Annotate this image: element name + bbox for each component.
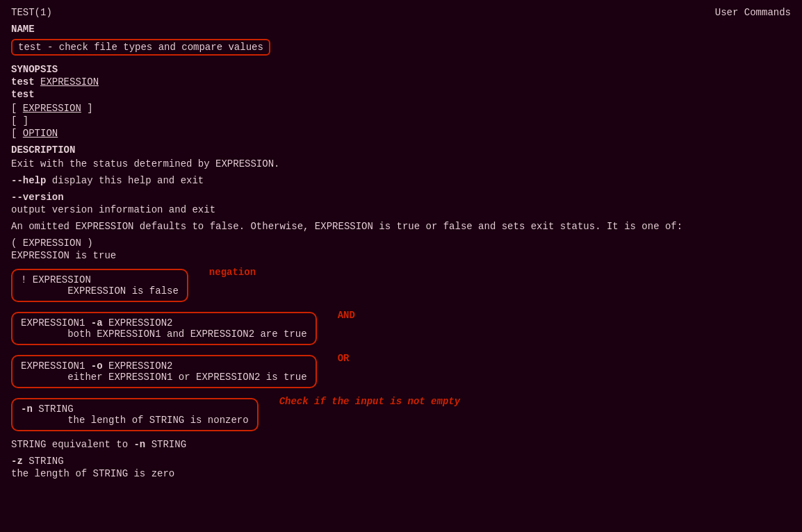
and-annotation: AND xyxy=(338,310,355,321)
and-row: EXPRESSION1 -a EXPRESSION2 both EXPRESSI… xyxy=(11,310,791,347)
description-label: DESCRIPTION xyxy=(11,144,791,156)
or-line1: EXPRESSION1 -o EXPRESSION2 xyxy=(21,360,172,372)
name-box: test - check file types and compare valu… xyxy=(11,39,270,56)
negation-row: ! EXPRESSION EXPRESSION is false negatio… xyxy=(11,267,791,304)
header-left: TEST(1) xyxy=(11,7,52,18)
synopsis-line2: test xyxy=(11,89,791,100)
or-annotation: OR xyxy=(338,353,350,364)
name-section: NAME test - check file types and compare… xyxy=(11,24,791,58)
string-equiv: STRING equivalent to -n STRING xyxy=(11,439,791,450)
nonempty-row: -n STRING the length of STRING is nonzer… xyxy=(11,396,791,433)
name-box-container: test - check file types and compare valu… xyxy=(11,36,791,58)
negation-line2: EXPRESSION is false xyxy=(21,285,179,297)
negation-line1: ! EXPRESSION xyxy=(21,274,91,285)
name-label: NAME xyxy=(11,24,791,35)
desc-help: --help display this help and exit xyxy=(11,175,791,186)
negation-annotation: negation xyxy=(209,267,256,278)
nonempty-box: -n STRING the length of STRING is nonzer… xyxy=(11,398,259,431)
or-line2: either EXPRESSION1 or EXPRESSION2 is tru… xyxy=(21,372,307,383)
header-right: User Commands xyxy=(715,7,791,18)
synopsis-section: SYNOPSIS test EXPRESSION test [ EXPRESSI… xyxy=(11,64,791,139)
or-row: EXPRESSION1 -o EXPRESSION2 either EXPRES… xyxy=(11,353,791,390)
z-line1: -z STRING xyxy=(11,456,791,467)
nonempty-line1: -n STRING xyxy=(21,404,74,415)
and-box: EXPRESSION1 -a EXPRESSION2 both EXPRESSI… xyxy=(11,312,317,345)
negation-box: ! EXPRESSION EXPRESSION is false xyxy=(11,269,188,302)
desc-line1: Exit with the status determined by EXPRE… xyxy=(11,158,791,169)
desc-paren-expr: ( EXPRESSION ) xyxy=(11,238,791,249)
and-line2: both EXPRESSION1 and EXPRESSION2 are tru… xyxy=(21,329,307,340)
nonempty-line2: the length of STRING is nonzero xyxy=(21,415,249,426)
synopsis-bracket1: [ EXPRESSION ] xyxy=(11,103,791,114)
z-line2: the length of STRING is zero xyxy=(11,468,791,479)
and-line1: EXPRESSION1 -a EXPRESSION2 xyxy=(21,317,172,329)
synopsis-bracket3: [ OPTION xyxy=(11,128,791,139)
synopsis-bracket2: [ ] xyxy=(11,115,791,126)
desc-version: --version xyxy=(11,192,791,203)
nonempty-annotation: Check if the input is not empty xyxy=(279,396,460,407)
synopsis-label: SYNOPSIS xyxy=(11,64,791,75)
header: TEST(1) User Commands xyxy=(11,7,791,18)
or-box: EXPRESSION1 -o EXPRESSION2 either EXPRES… xyxy=(11,355,317,388)
desc-paren-desc: EXPRESSION is true xyxy=(11,250,791,261)
desc-version-desc: output version information and exit xyxy=(11,204,791,215)
synopsis-line1: test EXPRESSION xyxy=(11,76,791,88)
desc-omitted: An omitted EXPRESSION defaults to false.… xyxy=(11,221,791,232)
description-section: DESCRIPTION Exit with the status determi… xyxy=(11,144,791,479)
